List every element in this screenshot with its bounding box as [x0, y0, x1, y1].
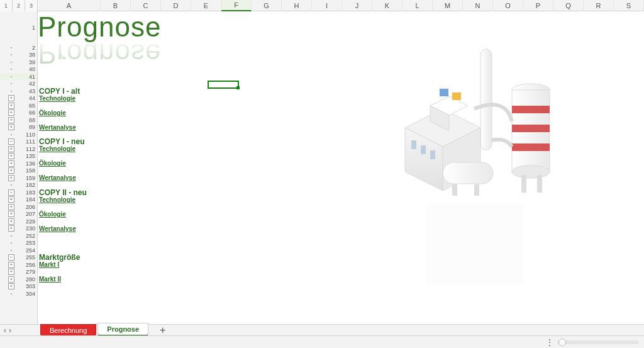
- row-header-255[interactable]: −255: [0, 254, 37, 262]
- horizontal-scroll-slider[interactable]: [557, 340, 639, 344]
- outline-expand-icon[interactable]: +: [8, 283, 14, 289]
- row-header-66[interactable]: +66: [0, 109, 37, 117]
- row-header-38[interactable]: 38: [0, 52, 37, 59]
- outline-expand-icon[interactable]: +: [8, 109, 14, 116]
- row-header-279[interactable]: +279: [0, 269, 37, 276]
- section-sublink[interactable]: Technologie: [38, 196, 75, 203]
- row-header-207[interactable]: +207: [0, 211, 37, 218]
- outline-level-1[interactable]: 1: [0, 0, 13, 11]
- sheet-tab-prognose[interactable]: Prognose: [97, 323, 148, 336]
- column-header-S[interactable]: S: [614, 0, 644, 11]
- outline-expand-icon[interactable]: +: [8, 175, 14, 181]
- add-sheet-button[interactable]: +: [160, 325, 165, 336]
- row-header-304[interactable]: 304: [0, 290, 37, 298]
- column-header-E[interactable]: E: [191, 0, 221, 11]
- outline-expand-icon[interactable]: +: [8, 225, 14, 232]
- section-sublink[interactable]: Wertanalyse: [38, 124, 76, 131]
- section-sublink[interactable]: Wertanalyse: [38, 225, 76, 232]
- row-header-252[interactable]: 252: [0, 232, 37, 240]
- row-header-184[interactable]: +184: [0, 196, 37, 204]
- row-header-88[interactable]: +88: [0, 116, 37, 124]
- outline-expand-icon[interactable]: +: [8, 196, 14, 203]
- row-header-136[interactable]: +136: [0, 160, 37, 167]
- column-header-K[interactable]: K: [372, 0, 402, 11]
- column-header-L[interactable]: L: [402, 0, 433, 11]
- row-header-43[interactable]: 43: [0, 87, 37, 95]
- row-header-2[interactable]: 2: [0, 44, 37, 52]
- outline-expand-icon[interactable]: +: [8, 124, 14, 130]
- outline-expand-icon[interactable]: +: [8, 269, 14, 275]
- row-header-40[interactable]: 40: [0, 66, 37, 74]
- column-header-G[interactable]: G: [252, 0, 282, 11]
- row-header-41[interactable]: 41: [0, 73, 37, 81]
- outline-expand-icon[interactable]: +: [8, 276, 14, 283]
- row-header-110[interactable]: 110: [0, 131, 37, 138]
- tab-nav-prev-icon[interactable]: ‹: [4, 326, 6, 335]
- column-header-O[interactable]: O: [493, 0, 523, 11]
- section-sublink[interactable]: Ökologie: [38, 109, 66, 116]
- row-header-112[interactable]: +112: [0, 145, 37, 153]
- outline-expand-icon[interactable]: +: [8, 211, 14, 217]
- outline-collapse-icon[interactable]: −: [8, 138, 14, 145]
- tab-nav-next-icon[interactable]: ›: [9, 326, 11, 335]
- column-header-M[interactable]: M: [433, 0, 463, 11]
- row-header-280[interactable]: +280: [0, 276, 37, 283]
- column-header-J[interactable]: J: [342, 0, 372, 11]
- row-header-42[interactable]: 42: [0, 81, 37, 88]
- scroll-options-icon[interactable]: ⋮: [545, 337, 553, 347]
- column-header-B[interactable]: B: [101, 0, 131, 11]
- row-header-159[interactable]: +159: [0, 174, 37, 182]
- column-header-C[interactable]: C: [131, 0, 161, 11]
- row-header-254[interactable]: 254: [0, 247, 37, 254]
- row-header-230[interactable]: +230: [0, 225, 37, 233]
- section-sublink[interactable]: Ökologie: [38, 211, 66, 218]
- outline-expand-icon[interactable]: +: [8, 146, 14, 152]
- outline-expand-icon[interactable]: +: [8, 160, 14, 167]
- section-sublink[interactable]: Technologie: [38, 145, 75, 152]
- column-header-A[interactable]: A: [38, 0, 101, 11]
- row-header-89[interactable]: +89: [0, 124, 37, 132]
- column-header-F[interactable]: F: [221, 0, 252, 11]
- column-header-R[interactable]: R: [584, 0, 614, 11]
- column-header-P[interactable]: P: [523, 0, 553, 11]
- row-header-253[interactable]: 253: [0, 240, 37, 247]
- row-header-206[interactable]: +206: [0, 203, 37, 211]
- row-header-303[interactable]: +303: [0, 283, 37, 291]
- outline-expand-icon[interactable]: +: [8, 204, 14, 210]
- row-header-229[interactable]: +229: [0, 218, 37, 225]
- row-header-39[interactable]: 39: [0, 59, 37, 66]
- column-header-Q[interactable]: Q: [553, 0, 584, 11]
- section-sublink[interactable]: Markt II: [38, 276, 61, 283]
- scroll-thumb[interactable]: [558, 339, 566, 346]
- section-sublink[interactable]: Wertanalyse: [38, 174, 76, 181]
- outline-expand-icon[interactable]: +: [8, 262, 14, 268]
- row-header-135[interactable]: +135: [0, 153, 37, 160]
- worksheet-area[interactable]: Prognose Prognose COPY I - altTechnologi…: [38, 11, 644, 324]
- outline-expand-icon[interactable]: +: [8, 103, 14, 109]
- row-header-158[interactable]: +158: [0, 167, 37, 175]
- row-header-65[interactable]: +65: [0, 102, 37, 109]
- row-header-256[interactable]: +256: [0, 261, 37, 269]
- column-header-H[interactable]: H: [282, 0, 312, 11]
- row-header-1[interactable]: 1: [0, 11, 37, 44]
- column-header-N[interactable]: N: [463, 0, 493, 11]
- outline-expand-icon[interactable]: +: [8, 95, 14, 101]
- outline-expand-icon[interactable]: +: [8, 117, 14, 123]
- outline-level-2[interactable]: 2: [13, 0, 25, 11]
- section-sublink[interactable]: Technologie: [38, 95, 75, 102]
- outline-collapse-icon[interactable]: −: [8, 189, 14, 196]
- column-header-D[interactable]: D: [161, 0, 191, 11]
- cell-row[interactable]: [38, 290, 644, 298]
- column-header-I[interactable]: I: [312, 0, 342, 11]
- row-header-44[interactable]: +44: [0, 95, 37, 103]
- outline-level-3[interactable]: 3: [25, 0, 37, 11]
- row-header-111[interactable]: −111: [0, 138, 37, 146]
- section-sublink[interactable]: Markt I: [38, 261, 59, 268]
- sheet-tab-berechnung[interactable]: Berechnung: [40, 324, 96, 336]
- outline-expand-icon[interactable]: +: [8, 167, 14, 174]
- row-header-182[interactable]: 182: [0, 182, 37, 189]
- row-header-183[interactable]: −183: [0, 189, 37, 196]
- outline-expand-icon[interactable]: +: [8, 153, 14, 159]
- outline-collapse-icon[interactable]: −: [8, 254, 14, 261]
- outline-expand-icon[interactable]: +: [8, 218, 14, 225]
